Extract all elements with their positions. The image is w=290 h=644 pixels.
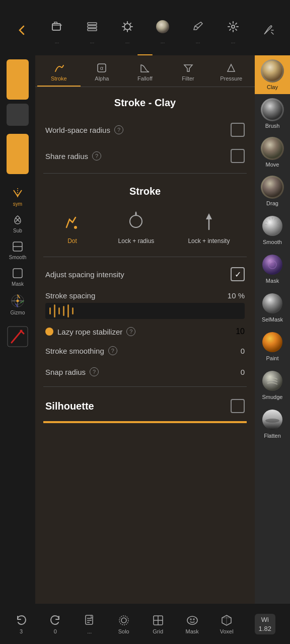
bottom-voxel[interactable]: Voxel [220, 614, 234, 634]
stroke-spacing-slider[interactable] [45, 303, 245, 319]
bottom-wi[interactable]: Wi 1.82 [255, 614, 275, 634]
toolbar-tools[interactable] [258, 20, 278, 40]
brush-item-move[interactable]: Move [255, 133, 290, 172]
stroke-section-title: Stroke [35, 178, 255, 205]
toolbar-lighting[interactable]: ... [117, 17, 137, 44]
gizmo-label: Gizmo [11, 310, 25, 315]
divider-3 [43, 386, 247, 387]
selmask-label: SelMask [262, 316, 283, 323]
stroke-type-dot[interactable]: Dot [60, 209, 85, 245]
sidebar-item-gizmo[interactable]: Gizmo [0, 291, 35, 317]
smooth-label: Smooth [9, 255, 26, 260]
svg-point-53 [262, 293, 282, 313]
brush-item-flatten[interactable]: Flatten [255, 404, 290, 443]
svg-line-12 [124, 29, 125, 30]
adjust-spacing-checkbox[interactable] [231, 267, 245, 281]
color-swatch-primary[interactable] [7, 59, 29, 100]
brush-item-smooth[interactable]: Smooth [255, 210, 290, 249]
material-dots: ... [161, 39, 165, 44]
silhouette-checkbox[interactable] [231, 399, 245, 413]
sidebar-item-mask[interactable]: Mask [0, 264, 35, 289]
sidebar-item-smooth[interactable]: Smooth [0, 237, 35, 262]
mask-sidebar-icon [11, 266, 25, 280]
world-space-radius-help[interactable]: ? [114, 125, 123, 134]
panel-title: Stroke - Clay [35, 87, 255, 117]
color-swatch-secondary[interactable] [7, 104, 29, 126]
bottom-mask[interactable]: Mask [186, 614, 199, 634]
sub-icon [11, 213, 25, 227]
world-space-label-group: World-space radius ? [45, 125, 123, 134]
world-space-radius-checkbox[interactable] [231, 123, 245, 137]
bottom-redo[interactable]: 0 [49, 614, 62, 634]
toolbar-settings[interactable]: ... [223, 17, 243, 44]
paint-brush-icon [261, 331, 284, 354]
files-dots: ... [55, 39, 59, 44]
sidebar-item-sub[interactable]: Sub [0, 211, 35, 235]
stroke-type-lock-radius[interactable]: Lock + radius [118, 209, 155, 245]
svg-point-23 [17, 300, 19, 302]
brush-item-brush[interactable]: Brush [255, 94, 290, 133]
brush-item-smudge[interactable]: Smudge [255, 365, 290, 404]
snap-radius-help[interactable]: ? [90, 367, 99, 376]
share-radius-checkbox[interactable] [231, 149, 245, 163]
lock-radius-label: Lock + radius [118, 237, 155, 245]
share-radius-label: Share radius [45, 152, 88, 160]
undo-label: 3 [20, 628, 23, 634]
toolbar-material[interactable]: ... [153, 17, 173, 44]
layers-icon [82, 17, 102, 37]
toolbar-layers[interactable]: ... [82, 17, 102, 44]
snap-radius-label: Snap radius [45, 368, 86, 376]
selmask-brush-icon [261, 292, 284, 315]
tab-filter[interactable]: Filter [167, 59, 210, 87]
stroke-red[interactable] [7, 326, 29, 348]
toolbar-files[interactable]: ... [47, 17, 67, 44]
color-swatch-orange[interactable] [7, 134, 29, 174]
tab-falloff[interactable]: Falloff [123, 59, 167, 87]
brush-item-mask[interactable]: Mask [255, 249, 290, 288]
toolbar-pencil[interactable]: ... [188, 17, 208, 44]
brush-item-paint[interactable]: Paint [255, 327, 290, 365]
svg-point-55 [262, 371, 282, 391]
brush-brush-icon [261, 98, 284, 121]
divider-2 [43, 257, 247, 257]
wi-label: Wi [261, 616, 269, 623]
stroke-type-lock-intensity[interactable]: Lock + intensity [188, 209, 230, 245]
share-radius-help[interactable]: ? [92, 151, 101, 160]
svg-point-33 [130, 215, 142, 227]
stroke-tabs: Stroke α Alpha Falloff Filter [35, 55, 255, 87]
sidebar-item-sym[interactable]: sym [0, 184, 35, 209]
tab-stroke[interactable]: Stroke [37, 59, 81, 87]
brush-item-drag[interactable]: Drag [255, 172, 290, 210]
mask-brush-icon [261, 253, 284, 276]
share-radius-row: Share radius ? [35, 143, 255, 169]
svg-line-11 [130, 23, 131, 24]
lazy-rope-help[interactable]: ? [126, 327, 135, 336]
stroke-smoothing-help[interactable]: ? [108, 346, 117, 355]
lock-intensity-icon [197, 209, 221, 233]
svg-rect-0 [52, 24, 60, 30]
tab-pressure[interactable]: Pressure [209, 59, 253, 87]
sym-label: sym [13, 201, 22, 207]
bottom-grid[interactable]: Grid [152, 614, 165, 634]
dot-icon [60, 209, 85, 233]
brush-item-selmask[interactable]: SelMask [255, 288, 290, 327]
bottom-document[interactable]: ... [83, 614, 96, 634]
lazy-rope-dot [45, 328, 53, 336]
sym-icon [11, 186, 25, 200]
top-toolbar: ... ... ... [0, 0, 290, 55]
svg-point-54 [262, 332, 282, 352]
bottom-solo[interactable]: Solo [117, 614, 130, 634]
main-layout: sym Sub Smooth [0, 55, 290, 604]
layers-dots: ... [90, 39, 94, 44]
files-icon [47, 17, 67, 37]
tab-filter-label: Filter [182, 75, 194, 82]
bottom-undo[interactable]: 3 [15, 614, 28, 634]
svg-rect-2 [88, 26, 97, 28]
svg-text:α: α [100, 65, 104, 71]
tab-alpha[interactable]: α Alpha [81, 59, 124, 87]
toolbar-back[interactable] [12, 20, 32, 40]
drag-brush-icon [261, 176, 284, 199]
tab-alpha-label: Alpha [95, 75, 109, 82]
snap-radius-value: 0 [241, 368, 245, 376]
brush-item-clay[interactable]: Clay [255, 55, 290, 94]
